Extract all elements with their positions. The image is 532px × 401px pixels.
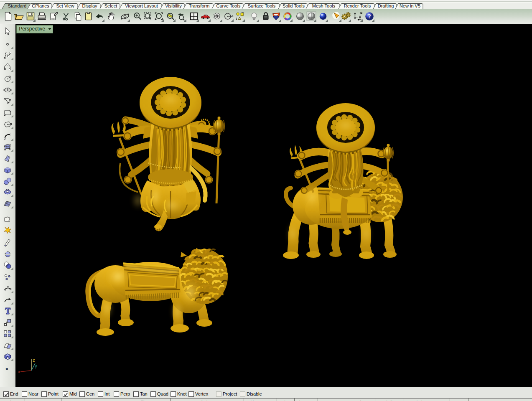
svg-text:?: ?: [368, 13, 371, 20]
svg-text:z: z: [33, 358, 35, 363]
svg-text:y: y: [35, 364, 37, 369]
svg-text:x: x: [18, 370, 20, 374]
